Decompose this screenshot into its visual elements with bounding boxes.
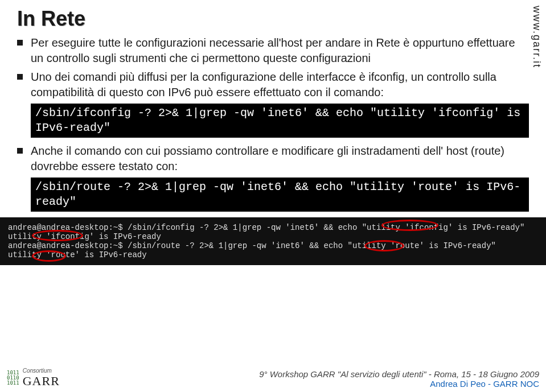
bullet-item: Per eseguire tutte le configurazioni nec… — [17, 35, 529, 66]
bullet-list: Anche il comando con cui possiamo contro… — [17, 143, 529, 174]
binary-decoration-icon: 101101101011 — [7, 370, 19, 386]
bullet-text: Anche il comando con cui possiamo contro… — [31, 143, 529, 174]
bullet-item: Anche il comando con cui possiamo contro… — [17, 143, 529, 174]
slide-footer: 101101101011 Consortium GARR 9° Workshop… — [0, 368, 546, 389]
bullet-list: Per eseguire tutte le configurazioni nec… — [17, 35, 529, 100]
footer-event-line: 9° Workshop GARR "Al servizio degli uten… — [259, 369, 539, 379]
logo-garr-label: GARR — [23, 374, 60, 389]
bullet-text: Per eseguire tutte le configurazioni nec… — [31, 35, 529, 66]
code-block-ifconfig: /sbin/ifconfig -? 2>& 1|grep -qw 'inet6'… — [31, 104, 529, 138]
square-bullet-icon — [17, 74, 23, 80]
garr-logo: 101101101011 Consortium GARR — [7, 368, 60, 389]
terminal-line: andrea@andrea-desktop:~$ /sbin/ifconfig … — [8, 223, 538, 232]
square-bullet-icon — [17, 40, 23, 46]
code-block-route: /sbin/route -? 2>& 1|grep -qw 'inet6' &&… — [31, 178, 529, 212]
square-bullet-icon — [17, 148, 23, 154]
footer-text: 9° Workshop GARR "Al servizio degli uten… — [259, 369, 539, 389]
terminal-line: utility 'route' is IPv6-ready — [8, 250, 538, 259]
terminal-line: utility 'ifconfig' is IPv6-ready — [8, 232, 538, 241]
terminal-screenshot: andrea@andrea-desktop:~$ /sbin/ifconfig … — [0, 217, 546, 265]
footer-author-line: Andrea Di Peo - GARR NOC — [259, 379, 539, 389]
side-url: www.garr.it — [531, 6, 543, 68]
slide-title: In Rete — [17, 7, 529, 31]
bullet-text: Uno dei comandi più diffusi per la confi… — [31, 69, 529, 100]
terminal-line: andrea@andrea-desktop:~$ /sbin/route -? … — [8, 241, 538, 250]
logo-consortium-label: Consortium — [23, 368, 60, 374]
bullet-item: Uno dei comandi più diffusi per la confi… — [17, 69, 529, 100]
